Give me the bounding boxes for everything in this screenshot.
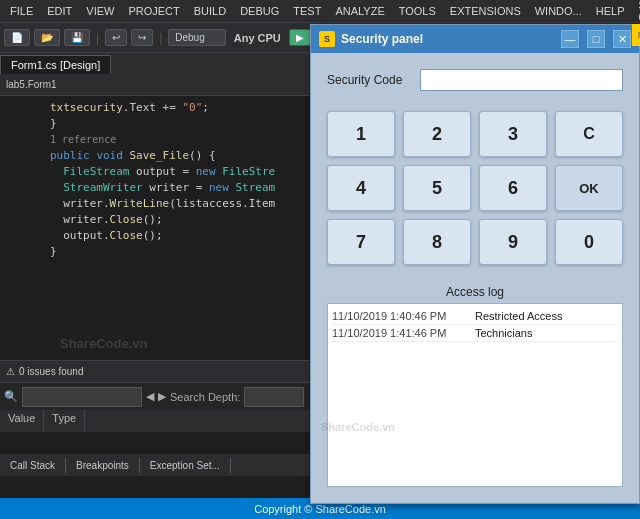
- code-line-8: writer.Close();: [0, 212, 310, 228]
- log-date-1: 11/10/2019 1:40:46 PM: [332, 310, 467, 322]
- code-line-6: StreamWriter writer = new Stream: [0, 180, 310, 196]
- menu-edit[interactable]: EDIT: [41, 3, 78, 19]
- log-event-2: Technicians: [475, 327, 532, 339]
- designer-breadcrumb: lab5.Form1: [0, 74, 310, 96]
- nav-fwd[interactable]: ▶: [158, 390, 166, 403]
- code-line-9: output.Close();: [0, 228, 310, 244]
- sp-title-text: Security panel: [341, 32, 553, 46]
- menu-extensions[interactable]: EXTENSIONS: [444, 3, 527, 19]
- toolbar-icon-save[interactable]: 💾: [64, 29, 90, 46]
- key-1[interactable]: 1: [327, 111, 395, 157]
- debug-dropdown[interactable]: Debug: [168, 29, 225, 46]
- sp-access-log: Access log 11/10/2019 1:40:46 PM Restric…: [327, 285, 623, 487]
- code-line-2: }: [0, 116, 310, 132]
- code-line-4: public void Save_File() {: [0, 148, 310, 164]
- watermark-code: ShareCode.vn: [60, 336, 147, 351]
- cpu-label: Any CPU: [230, 32, 285, 44]
- sp-code-input[interactable]: [420, 69, 623, 91]
- sp-code-row: Security Code: [327, 69, 623, 91]
- key-5[interactable]: 5: [403, 165, 471, 211]
- key-6[interactable]: 6: [479, 165, 547, 211]
- sp-titlebar: S Security panel — □ ✕: [311, 25, 639, 53]
- menu-project[interactable]: PROJECT: [122, 3, 185, 19]
- key-0[interactable]: 0: [555, 219, 623, 265]
- menu-view[interactable]: VIEW: [80, 3, 120, 19]
- toolbar-undo[interactable]: ↩: [105, 29, 127, 46]
- log-row-1: 11/10/2019 1:40:46 PM Restricted Access: [332, 308, 618, 325]
- search-bar: 🔍 ◀ ▶ Search Depth:: [0, 382, 310, 410]
- depth-input[interactable]: [244, 387, 304, 407]
- key-4[interactable]: 4: [327, 165, 395, 211]
- menu-tools[interactable]: TOOLS: [393, 3, 442, 19]
- key-7[interactable]: 7: [327, 219, 395, 265]
- menu-window[interactable]: WINDO...: [529, 3, 588, 19]
- log-date-2: 11/10/2019 1:41:46 PM: [332, 327, 467, 339]
- log-row-2: 11/10/2019 1:41:46 PM Technicians: [332, 325, 618, 342]
- locals-header: Value Type: [0, 410, 310, 432]
- menu-debug[interactable]: DEBUG: [234, 3, 285, 19]
- sp-maximize-btn[interactable]: □: [587, 30, 605, 48]
- sp-title-icon: S: [319, 31, 335, 47]
- code-line-3: 1 reference: [0, 132, 310, 148]
- key-2[interactable]: 2: [403, 111, 471, 157]
- issues-count: 0 issues found: [19, 366, 84, 377]
- code-line-10: }: [0, 244, 310, 260]
- toolbar-icon-open[interactable]: 📂: [34, 29, 60, 46]
- key-c[interactable]: C: [555, 111, 623, 157]
- sp-access-log-table: 11/10/2019 1:40:46 PM Restricted Access …: [327, 303, 623, 487]
- toolbar-icon-new[interactable]: 📄: [4, 29, 30, 46]
- code-line-1: txtsecurity.Text += "0";: [0, 100, 310, 116]
- code-line-7: writer.WriteLine(listaccess.Item: [0, 196, 310, 212]
- menu-analyze[interactable]: ANALYZE: [329, 3, 390, 19]
- key-8[interactable]: 8: [403, 219, 471, 265]
- menu-test[interactable]: TEST: [287, 3, 327, 19]
- search-shortcut[interactable]: Search (Ctrl+: [633, 0, 640, 24]
- code-line-5: FileStream output = new FileStre: [0, 164, 310, 180]
- value-col: Value: [0, 410, 44, 432]
- tab-exceptions[interactable]: Exception Set...: [140, 458, 231, 473]
- sp-code-label: Security Code: [327, 73, 412, 87]
- warning-indicator: !: [632, 24, 640, 46]
- toolbar-redo[interactable]: ↪: [131, 29, 153, 46]
- log-event-1: Restricted Access: [475, 310, 562, 322]
- menu-build[interactable]: BUILD: [188, 3, 232, 19]
- locals-body: [0, 432, 310, 454]
- designer-path: lab5.Form1: [6, 79, 57, 90]
- sp-access-log-title: Access log: [327, 285, 623, 299]
- tab-breakpoints[interactable]: Breakpoints: [66, 458, 140, 473]
- tab-form1-design[interactable]: Form1.cs [Design]: [0, 55, 111, 74]
- issues-bar: ⚠ 0 issues found: [0, 360, 310, 382]
- type-col: Type: [44, 410, 85, 432]
- security-panel-dialog: S Security panel — □ ✕ Security Code 1 2…: [310, 24, 640, 504]
- statusbar-text: Copyright © ShareCode.vn: [254, 503, 386, 515]
- search-depth-label: Search Depth:: [170, 391, 240, 403]
- sp-close-btn[interactable]: ✕: [613, 30, 631, 48]
- nav-back[interactable]: ◀: [146, 390, 154, 403]
- key-ok[interactable]: OK: [555, 165, 623, 211]
- menu-help[interactable]: HELP: [590, 3, 631, 19]
- vs-menubar: FILE EDIT VIEW PROJECT BUILD DEBUG TEST …: [0, 0, 640, 22]
- tab-callstack[interactable]: Call Stack: [0, 458, 66, 473]
- sp-minimize-btn[interactable]: —: [561, 30, 579, 48]
- sp-keypad: 1 2 3 C 4 5 6 OK 7 8 9 0: [327, 103, 623, 273]
- key-9[interactable]: 9: [479, 219, 547, 265]
- search-input[interactable]: [22, 387, 142, 407]
- key-3[interactable]: 3: [479, 111, 547, 157]
- menu-file[interactable]: FILE: [4, 3, 39, 19]
- start-button[interactable]: ▶: [289, 29, 311, 46]
- sp-body: Security Code 1 2 3 C 4 5 6 OK 7 8 9 0 A…: [311, 53, 639, 503]
